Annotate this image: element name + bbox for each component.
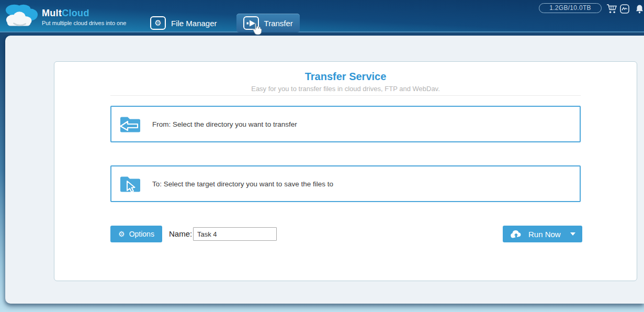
multcloud-app: MultCloud Put multiple cloud drives into…	[0, 0, 644, 312]
options-button-label: Options	[129, 230, 154, 238]
cursor-hand-icon	[252, 22, 263, 36]
run-now-label: Run Now	[528, 230, 561, 239]
cart-icon[interactable]	[606, 4, 617, 14]
nav-tab-file-manager[interactable]: ⚙ File Manager	[143, 14, 224, 32]
brand-part-cloud: Cloud	[62, 8, 89, 18]
top-header-bar: MultCloud Put multiple cloud drives into…	[0, 0, 644, 32]
to-directory-box[interactable]: To: Select the target directory you want…	[110, 165, 581, 202]
brand-part-mult: Mult	[42, 8, 62, 18]
main-nav: ⚙ File Manager Transfer	[143, 14, 300, 32]
storage-quota-badge: 1.2GB/10.0TB	[539, 3, 602, 13]
multcloud-logo-icon	[3, 2, 39, 31]
main-panel: Transfer Service Easy for you to transfe…	[5, 36, 644, 304]
title-divider	[110, 95, 581, 96]
task-name-label: Name:	[169, 226, 192, 242]
page-title: Transfer Service	[54, 71, 637, 83]
activity-icon[interactable]	[620, 4, 629, 14]
gear-glyph: ⚙	[154, 19, 161, 27]
from-directory-box[interactable]: From: Select the directory you want to t…	[110, 106, 581, 142]
to-box-label: To: Select the target directory you want…	[152, 180, 333, 188]
task-name-input[interactable]	[193, 227, 277, 241]
nav-tab-label: File Manager	[171, 19, 217, 28]
options-button[interactable]: ⚙ Options	[110, 226, 162, 242]
run-now-button[interactable]: Run Now	[503, 226, 582, 242]
cloud-upload-icon	[510, 230, 522, 239]
folder-gear-icon: ⚙	[150, 16, 166, 30]
nav-tab-transfer[interactable]: Transfer	[236, 14, 300, 32]
gear-icon: ⚙	[118, 230, 125, 238]
from-box-label: From: Select the directory you want to t…	[152, 120, 297, 128]
dropdown-caret-icon[interactable]	[570, 232, 575, 236]
bell-icon[interactable]	[636, 4, 643, 14]
folder-export-icon	[119, 115, 141, 133]
brand-name[interactable]: MultCloud	[42, 8, 89, 19]
page-subtitle: Easy for you to transfer files in cloud …	[54, 85, 637, 93]
transfer-service-card: Transfer Service Easy for you to transfe…	[54, 61, 637, 281]
brand-tagline: Put multiple cloud drives into one	[42, 20, 126, 26]
folder-import-icon	[119, 174, 141, 193]
nav-tab-label: Transfer	[264, 19, 293, 28]
